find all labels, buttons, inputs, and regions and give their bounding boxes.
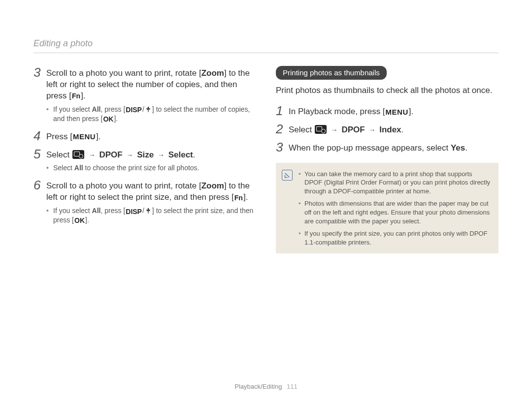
macro-icon [145,207,152,214]
step-body: Press [MENU]. [46,129,101,143]
image-settings-icon [315,125,327,134]
section-intro: Print photos as thumbnails to check all … [276,86,499,95]
disp-icon: DISP [126,106,142,114]
section-badge: Printing photos as thumbnails [276,66,387,80]
step-number: 1 [276,104,289,117]
note-list: You can take the memory card to a print … [299,170,491,247]
step-sub-bullets: Select All to choose the print size for … [46,163,256,173]
step: 1In Playback mode, press [MENU]. [276,104,499,118]
disp-icon: DISP [126,208,142,216]
step-sub-bullets: If you select All, press [DISP/] to sele… [46,206,256,225]
menu-icon: MENU [386,108,408,116]
step-body: Select → DPOF → Index. [289,123,403,136]
right-column: Printing photos as thumbnails Print phot… [276,66,499,253]
fn-icon: Fn [72,92,80,100]
step: 2Select → DPOF → Index. [276,123,499,136]
step: 5Select → DPOF → Size → Select. [33,148,256,161]
step: 4Press [MENU]. [33,129,256,143]
arrow-icon: → [368,125,375,135]
image-settings-icon [72,150,84,159]
menu-icon: MENU [73,133,96,141]
ok-icon: OK [74,216,85,224]
step-sub-bullet: If you select All, press [DISP/] to sele… [46,206,256,225]
step-body: Scroll to a photo you want to print, rot… [46,179,256,203]
step-sub-bullets: If you select All, press [DISP/] to sele… [46,105,256,123]
step-number: 4 [33,129,46,142]
step-sub-bullet: Select All to choose the print size for … [46,163,256,173]
left-steps: 3Scroll to a photo you want to print, ro… [33,66,256,225]
right-steps: 1In Playback mode, press [MENU].2Select … [276,104,499,154]
footer-section: Playback/Editing [234,383,282,390]
arrow-icon: → [89,151,96,160]
step-number: 3 [276,141,289,154]
step-body: Select → DPOF → Size → Select. [46,148,195,161]
arrow-icon: → [126,151,133,160]
step: 3When the pop-up message appears, select… [276,141,499,154]
step-body: In Playback mode, press [MENU]. [289,104,413,118]
step-sub-bullet: If you select All, press [DISP/] to sele… [46,105,256,123]
step-body: Scroll to a photo you want to print, rot… [46,66,256,102]
step-number: 3 [33,66,46,79]
page-title: Editing a photo [33,0,499,53]
left-column: 3Scroll to a photo you want to print, ro… [33,66,256,253]
step: 6Scroll to a photo you want to print, ro… [33,179,256,203]
step-number: 2 [276,123,289,135]
fn-icon: Fn [234,194,243,202]
ok-icon: OK [103,115,113,123]
step: 3Scroll to a photo you want to print, ro… [33,66,256,102]
step-number: 6 [33,179,46,191]
note-icon [282,170,293,181]
note-box: You can take the memory card to a print … [276,163,499,253]
step-number: 5 [33,148,46,160]
macro-icon [145,106,152,113]
note-item: Photos with dimensions that are wider th… [299,199,491,225]
note-item: If you specify the print size, you can p… [299,229,491,247]
footer-page-number: 111 [287,383,298,390]
arrow-icon: → [158,151,165,160]
step-body: When the pop-up message appears, select … [289,141,467,154]
note-item: You can take the memory card to a print … [299,170,491,196]
arrow-icon: → [331,125,338,135]
page-footer: Playback/Editing 111 [0,383,532,390]
